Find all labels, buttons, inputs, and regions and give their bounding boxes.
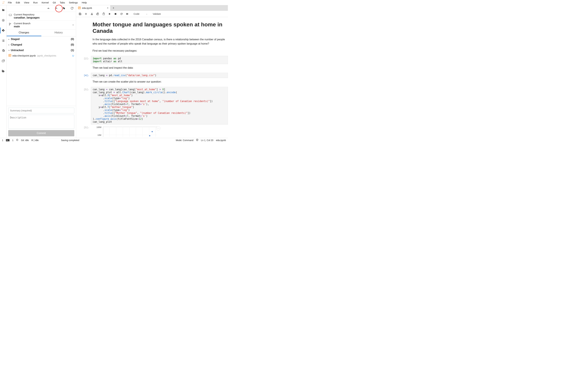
activity-toc[interactable] — [0, 38, 7, 44]
notebook-title: Mother tongue and languages spoken at ho… — [93, 21, 228, 34]
add-tab-button[interactable]: + — [111, 5, 116, 11]
chevron-down-icon: ▾ — [72, 22, 74, 26]
repo-label: Current Repository — [14, 13, 74, 16]
svg-rect-5 — [10, 16, 11, 16]
menu-git[interactable]: Git — [51, 0, 58, 5]
jupyter-logo — [1, 1, 6, 4]
menu-edit[interactable]: Edit — [14, 0, 22, 5]
close-icon[interactable]: × — [107, 7, 108, 9]
activity-git[interactable] — [0, 27, 7, 33]
section-staged[interactable]: ▸ Staged (0) — [7, 36, 76, 42]
scatter-point — [149, 135, 150, 136]
notebook-file-icon — [78, 7, 81, 10]
celltype-select[interactable]: Code ⌄ — [134, 12, 147, 15]
trust-icon[interactable] — [196, 139, 198, 142]
svg-point-1 — [2, 3, 3, 4]
stop-icon[interactable] — [114, 13, 117, 15]
notebook-paragraph: Then we can create the scatter plot to a… — [93, 80, 228, 84]
file-name: eda-checkpoint.ipynb — [12, 54, 36, 57]
menu-view[interactable]: View — [22, 0, 31, 5]
section-changed[interactable]: ▸ Changed (0) — [7, 42, 76, 48]
notebook-file-icon — [9, 54, 11, 57]
svg-point-8 — [10, 23, 11, 24]
cell-prompt: [2]: — [80, 56, 91, 64]
svg-point-6 — [9, 23, 10, 24]
status-filename[interactable]: eda.ipynb — [216, 139, 226, 142]
notebook-paragraph: First we load the necessary packages: — [93, 49, 228, 53]
cell-prompt: [4]: — [80, 73, 91, 78]
branch-icon — [9, 22, 12, 26]
save-icon[interactable] — [79, 13, 81, 15]
run-all-icon[interactable] — [126, 13, 129, 15]
repo-name: canadian_languages — [14, 16, 74, 19]
status-num: 1 — [12, 139, 13, 142]
run-icon[interactable] — [108, 13, 111, 15]
untracked-file-row[interactable]: eda-checkpoint.ipynb .ipynb_checkpoints … — [7, 53, 76, 58]
commit-description-input[interactable] — [8, 115, 74, 129]
validate-button[interactable]: Validate — [153, 13, 161, 15]
code-cell[interactable]: can_lang = can_lang[can_lang["most_at_ho… — [91, 87, 228, 125]
svg-rect-16 — [115, 13, 116, 15]
repo-icon — [9, 13, 12, 17]
svg-point-0 — [4, 1, 5, 2]
activity-running[interactable] — [0, 17, 7, 23]
menu-file[interactable]: File — [6, 0, 14, 5]
git-pull-icon[interactable] — [47, 7, 50, 10]
code-cell[interactable]: can_lang = pd.read_csv("data/can_lang.cs… — [91, 73, 228, 78]
caret-right-icon: ▸ — [9, 44, 11, 46]
status-git[interactable]: Git: idle — [21, 139, 29, 142]
menu-run[interactable]: Run — [31, 0, 40, 5]
menu-help[interactable]: Help — [80, 0, 89, 5]
code-cell[interactable]: import pandas as pd import altair as alt — [91, 56, 228, 64]
git-refresh-icon[interactable] — [70, 7, 74, 10]
svg-rect-13 — [97, 13, 99, 15]
git-tab-history[interactable]: History — [41, 30, 76, 36]
scatter-point — [152, 131, 153, 132]
notebook-paragraph: In the language data collected in the 20… — [93, 37, 228, 46]
svg-point-12 — [92, 14, 93, 15]
menu-tabs[interactable]: Tabs — [58, 0, 67, 5]
git-tab-changes[interactable]: Changes — [7, 30, 41, 36]
git-push-icon[interactable] — [55, 7, 58, 10]
terminal-badge[interactable]: s_ — [6, 139, 9, 142]
status-mode[interactable]: Mode: Command — [176, 139, 193, 142]
status-saving: Saving completed — [61, 139, 79, 142]
activity-settings-icon[interactable] — [0, 48, 7, 54]
notebook-paragraph: Then we load and inspect the data: — [93, 66, 228, 70]
output-prompt: [5]: — [80, 126, 91, 137]
git-tag-icon[interactable] — [62, 7, 66, 10]
commit-summary-input[interactable] — [8, 108, 74, 113]
svg-point-7 — [9, 25, 10, 25]
activity-filebrowser[interactable] — [0, 7, 7, 13]
svg-rect-4 — [9, 14, 12, 16]
scatter-chart-output: ⋯ 100M 10M — [91, 126, 160, 137]
tab-filename: eda.ipynb — [82, 7, 92, 9]
chevron-down-icon: ⌄ — [146, 13, 147, 15]
caret-down-icon: ▾ — [9, 49, 11, 51]
copy-icon[interactable] — [96, 13, 99, 15]
add-cell-icon[interactable] — [85, 13, 87, 15]
menu-settings[interactable]: Settings — [67, 0, 80, 5]
status-kernel[interactable]: R | Idle — [32, 139, 39, 142]
branch-label: Current Branch — [14, 22, 70, 25]
activity-extensions[interactable] — [0, 68, 7, 74]
svg-rect-3 — [3, 20, 4, 21]
menu-kernel[interactable]: Kernel — [40, 0, 51, 5]
svg-point-11 — [91, 14, 92, 15]
caret-right-icon: ▸ — [9, 38, 11, 40]
branch-selector[interactable]: Current Branch main ▾ — [7, 21, 76, 30]
restart-icon[interactable] — [120, 13, 123, 15]
commit-button[interactable]: Commit — [8, 130, 74, 136]
cell-prompt: [5]: — [80, 87, 91, 125]
cut-icon[interactable] — [91, 13, 93, 15]
status-position[interactable]: Ln 1, Col 20 — [201, 139, 213, 142]
kernel-settings-icon[interactable] — [16, 139, 18, 142]
activity-tabs-icon[interactable] — [0, 58, 7, 64]
notebook-tab[interactable]: eda.ipynb × — [76, 5, 111, 11]
status-num: 1 — [2, 139, 3, 142]
file-status: U — [72, 54, 74, 57]
file-path: .ipynb_checkpoints — [37, 54, 56, 57]
section-untracked[interactable]: ▾ Untracked (1) — [7, 48, 76, 53]
branch-name: main — [14, 25, 70, 28]
paste-icon[interactable] — [102, 13, 105, 15]
